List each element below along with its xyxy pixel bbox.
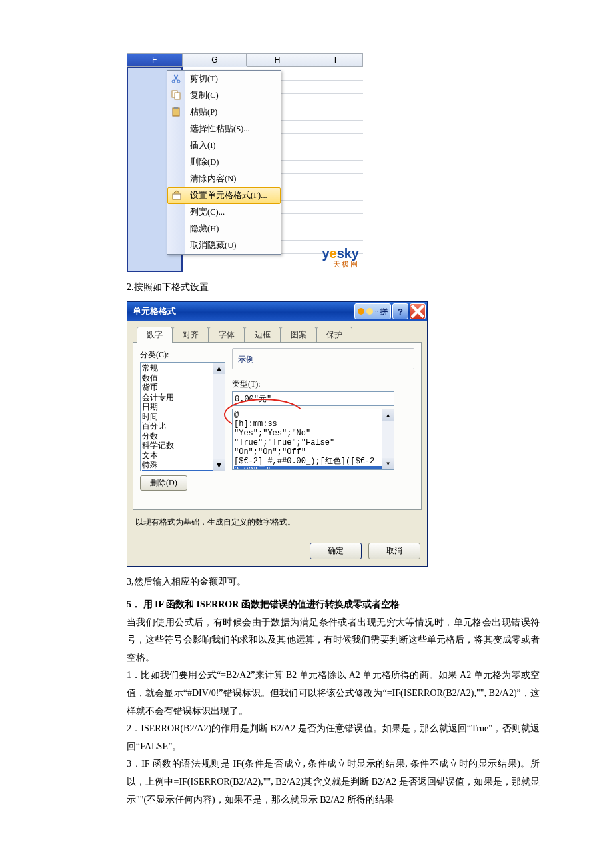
cancel-button[interactable]: 取消 bbox=[368, 543, 420, 559]
yesky-logo: yesky 天极网 bbox=[322, 246, 359, 269]
sample-label: 示例 bbox=[238, 355, 254, 364]
type-options-list[interactable]: @[h]:mm:ss"Yes";"Yes";"No""True";"True";… bbox=[232, 409, 394, 470]
svg-rect-4 bbox=[173, 108, 179, 116]
caption-step3: 3,然后输入相应的金额即可。 bbox=[127, 576, 553, 588]
context-menu-item-label: 取消隐藏(U) bbox=[190, 241, 236, 250]
context-menu-item[interactable]: 设置单元格格式(F)... bbox=[167, 187, 281, 204]
dialog-tab[interactable]: 对齐 bbox=[173, 327, 209, 343]
context-menu-item-label: 列宽(C)... bbox=[190, 207, 225, 217]
type-option[interactable]: "On";"On";"Off" bbox=[234, 447, 392, 457]
paragraph-1: 1．比如我们要用公式“=B2/A2”来计算 B2 单元格除以 A2 单元格所得的… bbox=[127, 667, 540, 720]
scrollbar[interactable]: ▴ ▾ bbox=[382, 409, 394, 469]
context-menu-item-label: 插入(I) bbox=[190, 141, 216, 150]
context-menu-item-label: 清除内容(N) bbox=[190, 174, 236, 183]
svg-rect-5 bbox=[174, 107, 178, 109]
format-cells-dialog: 单元格格式 ·· 拼 ? 数字对齐字体边框图案保护 分类(C): bbox=[127, 301, 428, 567]
category-item[interactable]: 日期 bbox=[142, 402, 223, 412]
ime-toolbar[interactable]: ·· 拼 bbox=[354, 303, 391, 319]
type-option[interactable]: [h]:mm:ss bbox=[234, 419, 392, 429]
excel-context-menu-screenshot: F G H I 剪切(T)复制(C)粘贴(P)选择性粘贴(S)...插入( bbox=[127, 53, 363, 272]
copy-icon bbox=[170, 89, 182, 101]
category-item[interactable]: 特殊 bbox=[142, 460, 223, 470]
context-menu-item[interactable]: 选择性粘贴(S)... bbox=[167, 121, 281, 137]
context-menu-item-label: 设置单元格格式(F)... bbox=[190, 191, 267, 200]
type-option[interactable]: 0.00"元" bbox=[234, 466, 392, 470]
scrollbar[interactable]: ▴ ▾ bbox=[213, 363, 225, 471]
category-item[interactable]: 常规 bbox=[142, 363, 223, 373]
help-button[interactable]: ? bbox=[392, 303, 408, 319]
ok-button[interactable]: 确定 bbox=[310, 543, 362, 559]
paragraph-intro: 当我们使用公式后，有时候会由于数据为满足条件或者出现无穷大等情况时，单元格会出现… bbox=[127, 614, 540, 667]
dialog-tab[interactable]: 保护 bbox=[316, 327, 352, 343]
context-menu-item-label: 选择性粘贴(S)... bbox=[190, 124, 250, 133]
context-menu-item-label: 剪切(T) bbox=[190, 74, 218, 83]
context-menu-item[interactable]: 清除内容(N) bbox=[167, 171, 281, 187]
context-menu-item[interactable]: 取消隐藏(U) bbox=[167, 237, 281, 254]
type-option[interactable]: [$€-2] #,##0.00_);[红色]([$€-2 bbox=[234, 457, 392, 466]
type-option[interactable]: @ bbox=[234, 410, 392, 419]
context-menu: 剪切(T)复制(C)粘贴(P)选择性粘贴(S)...插入(I)删除(D)清除内容… bbox=[167, 70, 281, 255]
dialog-hint: 以现有格式为基础，生成自定义的数字格式。 bbox=[133, 510, 422, 533]
type-option[interactable]: "True";"True";"False" bbox=[234, 438, 392, 447]
context-menu-item[interactable]: 删除(D) bbox=[167, 154, 281, 171]
scroll-up-icon[interactable]: ▴ bbox=[213, 363, 225, 374]
type-label: 类型(T): bbox=[232, 379, 414, 390]
dialog-tab[interactable]: 图案 bbox=[281, 327, 316, 343]
col-header-i: I bbox=[308, 54, 363, 67]
context-menu-item[interactable]: 隐藏(H) bbox=[167, 221, 281, 237]
cut-icon bbox=[170, 72, 182, 84]
context-menu-item[interactable]: 列宽(C)... bbox=[167, 204, 281, 221]
category-item[interactable]: 百分比 bbox=[142, 421, 223, 431]
col-header-f: F bbox=[127, 54, 183, 67]
category-item[interactable]: 会计专用 bbox=[142, 393, 223, 403]
paragraph-3: 3．IF 函数的语法规则是 IF(条件是否成立, 条件成立时显示的结果, 条件不… bbox=[127, 755, 540, 809]
category-list[interactable]: 常规数值货币会计专用日期时间百分比分数科学记数文本特殊自定义 ▴ ▾ bbox=[140, 362, 225, 471]
scroll-down-icon[interactable]: ▾ bbox=[382, 458, 394, 469]
category-item[interactable]: 货币 bbox=[142, 383, 223, 393]
scroll-down-icon[interactable]: ▾ bbox=[213, 459, 225, 471]
category-item[interactable]: 数值 bbox=[142, 373, 223, 383]
type-input[interactable] bbox=[232, 391, 394, 406]
paragraph-2: 2．ISERROR(B2/A2)的作用是判断 B2/A2 是否为任意错误值。如果… bbox=[127, 720, 540, 755]
context-menu-item-label: 删除(D) bbox=[190, 157, 219, 167]
paste-icon bbox=[170, 105, 182, 117]
category-item[interactable]: 文本 bbox=[142, 451, 223, 461]
scroll-up-icon[interactable]: ▴ bbox=[382, 409, 394, 421]
svg-rect-3 bbox=[175, 93, 180, 99]
delete-button[interactable]: 删除(D) bbox=[140, 475, 187, 491]
context-menu-item[interactable]: 剪切(T) bbox=[167, 71, 281, 87]
context-menu-item[interactable]: 插入(I) bbox=[167, 137, 281, 154]
svg-rect-6 bbox=[173, 194, 181, 199]
category-item[interactable]: 时间 bbox=[142, 412, 223, 422]
close-button[interactable] bbox=[410, 303, 426, 319]
dialog-tab[interactable]: 字体 bbox=[209, 327, 245, 343]
section-5-title: 5． 用 IF 函数和 ISERROR 函数把错误的值进行转换成零或者空格 bbox=[127, 596, 540, 614]
category-item[interactable]: 自定义 bbox=[142, 470, 223, 472]
context-menu-item-label: 粘贴(P) bbox=[190, 107, 217, 117]
col-header-h: H bbox=[247, 54, 308, 67]
category-item[interactable]: 分数 bbox=[142, 431, 223, 441]
format-icon bbox=[171, 189, 183, 201]
type-option[interactable]: "Yes";"Yes";"No" bbox=[234, 429, 392, 438]
close-icon bbox=[410, 304, 425, 319]
col-header-g: G bbox=[183, 54, 247, 66]
dialog-tabs: 数字对齐字体边框图案保护 bbox=[137, 326, 422, 342]
context-menu-item[interactable]: 粘贴(P) bbox=[167, 104, 281, 121]
sample-box: 示例 bbox=[232, 348, 414, 369]
category-label: 分类(C): bbox=[140, 349, 225, 361]
context-menu-item-label: 隐藏(H) bbox=[190, 224, 219, 233]
dialog-title: 单元格格式 bbox=[133, 305, 176, 317]
category-item[interactable]: 科学记数 bbox=[142, 441, 223, 451]
dialog-titlebar: 单元格格式 ·· 拼 ? bbox=[127, 302, 427, 321]
caption-step2: 2.按照如下格式设置 bbox=[127, 281, 553, 293]
context-menu-item[interactable]: 复制(C) bbox=[167, 87, 281, 104]
dialog-tab[interactable]: 数字 bbox=[137, 327, 173, 343]
context-menu-item-label: 复制(C) bbox=[190, 91, 219, 100]
dialog-tab[interactable]: 边框 bbox=[245, 327, 281, 343]
